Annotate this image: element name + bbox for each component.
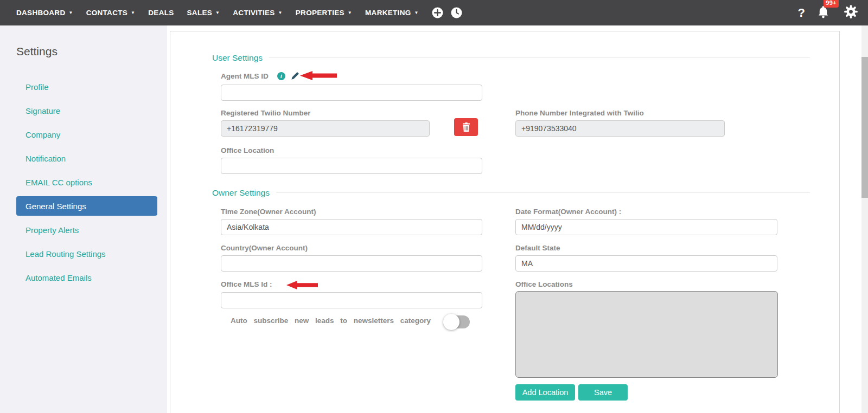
office-location-label: Office Location: [221, 146, 274, 154]
sidebar-item-company[interactable]: Company: [16, 122, 157, 146]
sidebar-item-general-settings[interactable]: General Settings: [16, 196, 157, 216]
chevron-down-icon: ▼: [131, 10, 135, 15]
edit-pencil-icon[interactable]: [290, 70, 301, 81]
trash-icon: [462, 122, 470, 132]
office-mls-id-label: Office MLS Id :: [221, 280, 272, 288]
nav-item-activities[interactable]: ACTIVITIES ▼: [233, 9, 282, 17]
nav-item-properties[interactable]: PROPERTIES ▼: [296, 9, 352, 17]
nav-item-dashboard[interactable]: DASHBOARD ▼: [16, 9, 73, 17]
red-arrow-annotation: [300, 71, 337, 80]
default-state-label: Default State: [515, 244, 560, 252]
nav-item-marketing[interactable]: MARKETING ▼: [365, 9, 419, 17]
add-location-button[interactable]: Add Location: [515, 384, 575, 401]
time-zone-input[interactable]: [221, 219, 482, 235]
add-icon[interactable]: [432, 7, 443, 18]
time-zone-label: Time Zone(Owner Account): [221, 208, 316, 216]
sidebar-item-signature[interactable]: Signature: [16, 99, 157, 122]
registered-twilio-number-input: [221, 120, 430, 137]
section-divider: [260, 57, 810, 58]
country-input[interactable]: [221, 255, 482, 272]
sidebar-item-notification[interactable]: Notification: [16, 146, 157, 170]
office-location-input[interactable]: [221, 158, 482, 174]
nav-item-label: SALES: [187, 9, 213, 17]
gear-icon: [844, 4, 858, 19]
sidebar-title: Settings: [16, 45, 58, 58]
sidebar-item-property-alerts[interactable]: Property Alerts: [16, 218, 157, 242]
scrollbar-track[interactable]: [861, 25, 868, 413]
agent-mls-id-label: Agent MLS ID: [221, 72, 269, 80]
phone-integrated-twilio-label: Phone Number Integrated with Twilio: [515, 109, 644, 117]
chevron-down-icon: ▼: [278, 10, 283, 15]
nav-item-contacts[interactable]: CONTACTS ▼: [86, 9, 136, 17]
help-icon[interactable]: ?: [798, 6, 805, 20]
default-state-input[interactable]: [515, 255, 777, 272]
office-locations-label: Office Locations: [515, 280, 573, 288]
red-arrow-annotation: [286, 281, 318, 289]
settings-sidebar: Settings Profile Signature Company Notif…: [0, 25, 167, 413]
sidebar-item-lead-routing-settings[interactable]: Lead Routing Settings: [16, 242, 157, 266]
nav-menu: DASHBOARD ▼ CONTACTS ▼ DEALS SALES ▼ ACT…: [16, 7, 470, 18]
settings-gear[interactable]: [844, 4, 858, 21]
country-label: Country(Owner Account): [221, 244, 308, 252]
date-format-input[interactable]: [515, 219, 777, 235]
registered-twilio-number-label: Registered Twilio Number: [221, 109, 311, 117]
nav-item-label: PROPERTIES: [296, 9, 344, 17]
nav-item-label: DEALS: [148, 9, 174, 17]
sidebar-menu: Profile Signature Company Notification E…: [0, 75, 167, 289]
general-settings-panel: User Settings Agent MLS ID i Registered …: [170, 31, 840, 413]
nav-item-deals[interactable]: DEALS: [148, 9, 174, 17]
top-navigation-bar: DASHBOARD ▼ CONTACTS ▼ DEALS SALES ▼ ACT…: [0, 0, 868, 25]
auto-subscribe-toggle[interactable]: [445, 315, 470, 328]
nav-item-label: CONTACTS: [86, 9, 127, 17]
chevron-down-icon: ▼: [68, 10, 73, 15]
chevron-down-icon: ▼: [215, 10, 220, 15]
agent-mls-id-input[interactable]: [221, 85, 482, 101]
auto-subscribe-label: Auto subscribe new leads to newsletters …: [231, 317, 430, 325]
section-divider: [275, 192, 810, 193]
nav-item-label: DASHBOARD: [16, 9, 65, 17]
sidebar-item-automated-emails[interactable]: Automated Emails: [16, 266, 157, 289]
nav-utilities: ? 99+: [798, 0, 858, 25]
save-button[interactable]: Save: [578, 384, 628, 401]
nav-item-sales[interactable]: SALES ▼: [187, 9, 220, 17]
phone-integrated-twilio-input: [515, 120, 725, 137]
clock-icon[interactable]: [451, 7, 462, 18]
office-mls-id-input[interactable]: [221, 292, 482, 308]
date-format-label: Date Format(Owner Account) :: [515, 208, 621, 216]
sidebar-item-email-cc-options[interactable]: EMAIL CC options: [16, 170, 157, 194]
notifications-bell[interactable]: 99+: [817, 5, 829, 21]
chevron-down-icon: ▼: [348, 10, 352, 15]
info-icon[interactable]: i: [277, 72, 285, 80]
owner-settings-heading: Owner Settings: [212, 188, 276, 198]
delete-twilio-number-button[interactable]: [454, 118, 478, 136]
notification-count-badge: 99+: [824, 0, 839, 8]
nav-item-label: ACTIVITIES: [233, 9, 275, 17]
toggle-knob: [443, 314, 459, 330]
office-locations-box[interactable]: [515, 291, 778, 378]
chevron-down-icon: ▼: [414, 10, 418, 15]
nav-item-label: MARKETING: [365, 9, 411, 17]
sidebar-item-profile[interactable]: Profile: [16, 75, 157, 99]
user-settings-heading: User Settings: [212, 53, 269, 63]
scrollbar-thumb[interactable]: [861, 57, 868, 198]
